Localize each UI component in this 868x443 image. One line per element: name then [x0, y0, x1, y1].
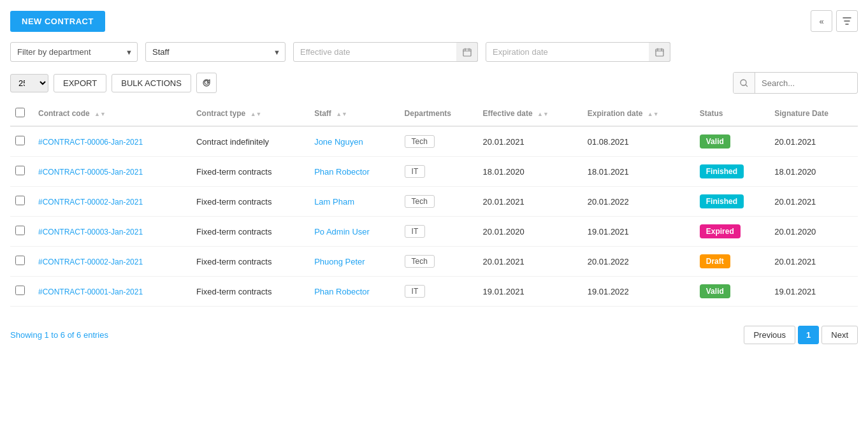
row-expiration-date: 19.01.2022: [582, 277, 695, 307]
row-checkbox-cell: [10, 247, 33, 277]
row-contract-code: #CONTRACT-00002-Jan-2021: [33, 187, 191, 217]
table-row: #CONTRACT-00002-Jan-2021 Fixed-term cont…: [10, 187, 858, 217]
contract-code-link[interactable]: #CONTRACT-00002-Jan-2021: [38, 198, 143, 207]
row-department: Tech: [400, 126, 478, 157]
row-department: IT: [400, 217, 478, 247]
contract-code-link[interactable]: #CONTRACT-00005-Jan-2021: [38, 168, 143, 177]
row-contract-code: #CONTRACT-00003-Jan-2021: [33, 217, 191, 247]
row-department: Tech: [400, 187, 478, 217]
staff-link[interactable]: Lam Pham: [314, 197, 354, 207]
row-effective-date: 20.01.2020: [478, 217, 582, 247]
showing-text: Showing 1 to 6 of 6 entries: [10, 330, 108, 340]
row-expiration-date: 20.01.2022: [582, 187, 695, 217]
contract-code-link[interactable]: #CONTRACT-00003-Jan-2021: [38, 228, 143, 236]
expiration-date-input[interactable]: [486, 42, 670, 62]
search-icon: [740, 79, 748, 87]
row-checkbox-5[interactable]: [15, 286, 25, 295]
effective-date-calendar-button[interactable]: [456, 42, 478, 62]
row-checkbox-0[interactable]: [15, 136, 25, 145]
col-staff[interactable]: Staff ▲▼: [309, 101, 399, 126]
staff-link[interactable]: Jone Nguyen: [314, 137, 363, 147]
row-status: Expired: [695, 217, 770, 247]
per-page-select[interactable]: 25: [10, 74, 48, 92]
row-status: Finished: [695, 187, 770, 217]
row-staff: Phuong Peter: [309, 247, 399, 277]
table-row: #CONTRACT-00001-Jan-2021 Fixed-term cont…: [10, 277, 858, 307]
page-1-button[interactable]: 1: [798, 326, 819, 344]
status-badge: Draft: [700, 254, 730, 268]
status-badge: Expired: [700, 224, 741, 238]
showing-range: 1 to 6: [44, 330, 65, 340]
col-expiration-date[interactable]: Expiration date ▲▼: [582, 101, 695, 126]
filter-row: Filter by department ▼ Staff ▼: [10, 42, 858, 62]
row-signature-date: 20.01.2021: [769, 187, 858, 217]
department-badge: Tech: [405, 135, 435, 148]
row-department: Tech: [400, 247, 478, 277]
staff-link[interactable]: Phan Robector: [314, 287, 370, 296]
row-expiration-date: 19.01.2021: [582, 217, 695, 247]
row-effective-date: 18.01.2020: [478, 157, 582, 187]
row-contract-code: #CONTRACT-00005-Jan-2021: [33, 157, 191, 187]
col-contract-type[interactable]: Contract type ▲▼: [191, 101, 309, 126]
header-row: NEW CONTRACT «: [10, 10, 858, 32]
contract-code-link[interactable]: #CONTRACT-00001-Jan-2021: [38, 287, 143, 296]
col-status: Status: [695, 101, 770, 126]
department-badge: Tech: [405, 195, 435, 208]
refresh-button[interactable]: [196, 73, 217, 93]
filter-button[interactable]: [836, 10, 858, 32]
contract-code-link[interactable]: #CONTRACT-00002-Jan-2021: [38, 258, 143, 266]
row-staff: Lam Pham: [309, 187, 399, 217]
staff-filter[interactable]: Staff: [145, 42, 286, 62]
table-row: #CONTRACT-00005-Jan-2021 Fixed-term cont…: [10, 157, 858, 187]
export-button[interactable]: EXPORT: [54, 74, 106, 92]
row-status: Valid: [695, 126, 770, 157]
collapse-button[interactable]: «: [811, 10, 832, 32]
search-button[interactable]: [734, 73, 755, 93]
new-contract-button[interactable]: NEW CONTRACT: [10, 11, 105, 32]
row-checkbox-cell: [10, 277, 33, 307]
select-all-checkbox[interactable]: [15, 108, 25, 117]
effective-date-wrap: [293, 42, 478, 62]
row-expiration-date: 18.01.2021: [582, 157, 695, 187]
staff-filter-wrap: Staff ▼: [145, 42, 286, 62]
row-effective-date: 20.01.2021: [478, 187, 582, 217]
sort-icon-contract-code: ▲▼: [94, 112, 106, 116]
row-checkbox-4[interactable]: [15, 256, 25, 265]
department-badge: IT: [405, 285, 426, 298]
row-checkbox-cell: [10, 217, 33, 247]
effective-date-input[interactable]: [293, 42, 478, 62]
next-button[interactable]: Next: [821, 326, 858, 344]
row-contract-code: #CONTRACT-00001-Jan-2021: [33, 277, 191, 307]
row-effective-date: 20.01.2021: [478, 247, 582, 277]
staff-link[interactable]: Po Admin User: [314, 227, 370, 236]
col-effective-date[interactable]: Effective date ▲▼: [478, 101, 582, 126]
staff-link[interactable]: Phan Robector: [314, 167, 370, 177]
table-body: #CONTRACT-00006-Jan-2021 Contract indefi…: [10, 126, 858, 307]
table-header-row: Contract code ▲▼ Contract type ▲▼ Staff …: [10, 101, 858, 126]
status-badge: Finished: [700, 194, 744, 208]
row-checkbox-2[interactable]: [15, 196, 25, 205]
staff-link[interactable]: Phuong Peter: [314, 257, 365, 266]
row-checkbox-cell: [10, 187, 33, 217]
row-checkbox-1[interactable]: [15, 166, 25, 175]
row-status: Finished: [695, 157, 770, 187]
row-checkbox-3[interactable]: [15, 226, 25, 235]
contract-code-link[interactable]: #CONTRACT-00006-Jan-2021: [38, 138, 143, 147]
search-input[interactable]: [755, 75, 857, 91]
row-signature-date: 18.01.2020: [769, 157, 858, 187]
row-checkbox-cell: [10, 126, 33, 157]
showing-suffix: of 6 entries: [65, 330, 108, 340]
col-contract-code[interactable]: Contract code ▲▼: [33, 101, 191, 126]
row-contract-code: #CONTRACT-00002-Jan-2021: [33, 247, 191, 277]
previous-button[interactable]: Previous: [744, 326, 795, 344]
row-contract-type: Fixed-term contracts: [191, 277, 309, 307]
col-departments: Departments: [400, 101, 478, 126]
expiration-date-calendar-button[interactable]: [649, 42, 670, 62]
department-filter[interactable]: Filter by department: [10, 42, 138, 62]
calendar-icon: [463, 48, 472, 57]
department-badge: IT: [405, 225, 426, 238]
row-status: Valid: [695, 277, 770, 307]
bulk-actions-button[interactable]: BULK ACTIONS: [112, 74, 191, 92]
page-container: NEW CONTRACT « Filter by department ▼ St…: [0, 0, 868, 443]
sort-icon-staff: ▲▼: [336, 112, 347, 116]
